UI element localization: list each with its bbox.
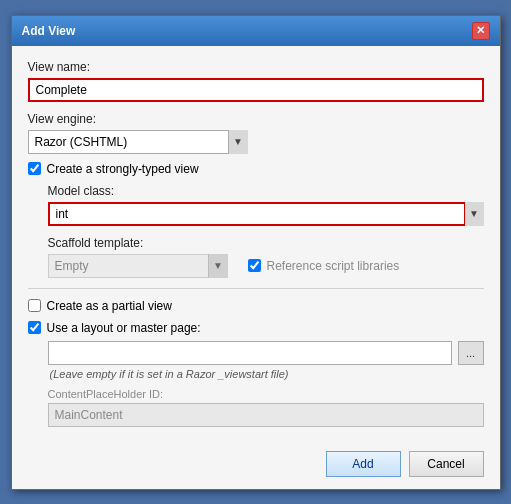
add-button[interactable]: Add [326, 451, 401, 477]
partial-view-label: Create as a partial view [47, 299, 172, 313]
use-layout-checkbox[interactable] [28, 321, 41, 334]
scaffold-select-wrapper: Empty Create Delete Details Edit List ▼ [48, 254, 228, 278]
view-engine-wrapper: Razor (CSHTML) ASPX Spark ▼ [28, 130, 248, 154]
layout-path-row: ... [48, 341, 484, 365]
strongly-typed-checkbox[interactable] [28, 162, 41, 175]
view-name-label: View name: [28, 60, 484, 74]
cancel-button[interactable]: Cancel [409, 451, 484, 477]
reference-scripts-checkbox[interactable] [248, 259, 261, 272]
scaffold-select[interactable]: Empty Create Delete Details Edit List [48, 254, 228, 278]
reference-scripts-label: Reference script libraries [267, 259, 400, 273]
view-name-section: View name: [28, 60, 484, 102]
use-layout-row: Use a layout or master page: [28, 321, 484, 335]
dialog-body: View name: View engine: Razor (CSHTML) A… [12, 46, 500, 489]
dialog-title: Add View [22, 24, 76, 38]
title-bar: Add View ✕ [12, 16, 500, 46]
reference-row: Reference script libraries [248, 259, 400, 273]
view-engine-label: View engine: [28, 112, 484, 126]
use-layout-label: Use a layout or master page: [47, 321, 201, 335]
model-class-input[interactable] [48, 202, 484, 226]
indented-section: Model class: ▼ Scaffold template: Empty … [48, 184, 484, 278]
content-placeholder-label: ContentPlaceHolder ID: [48, 388, 484, 400]
view-engine-section: View engine: Razor (CSHTML) ASPX Spark ▼ [28, 112, 484, 154]
partial-view-row: Create as a partial view [28, 299, 484, 313]
divider [28, 288, 484, 289]
strongly-typed-label: Create a strongly-typed view [47, 162, 199, 176]
strongly-typed-row: Create a strongly-typed view [28, 162, 484, 176]
close-button[interactable]: ✕ [472, 22, 490, 40]
model-class-wrapper: ▼ [48, 202, 484, 226]
partial-view-checkbox[interactable] [28, 299, 41, 312]
scaffold-section: Scaffold template: Empty Create Delete D… [48, 236, 484, 278]
content-placeholder-section: ContentPlaceHolder ID: [48, 388, 484, 427]
model-class-label: Model class: [48, 184, 484, 198]
view-name-input[interactable] [28, 78, 484, 102]
button-row: Add Cancel [28, 443, 484, 477]
content-placeholder-input [48, 403, 484, 427]
layout-path-input[interactable] [48, 341, 452, 365]
scaffold-label: Scaffold template: [48, 236, 484, 250]
browse-button[interactable]: ... [458, 341, 484, 365]
add-view-dialog: Add View ✕ View name: View engine: Razor… [11, 15, 501, 490]
view-engine-select[interactable]: Razor (CSHTML) ASPX Spark [28, 130, 248, 154]
model-class-dropdown-icon[interactable]: ▼ [464, 202, 484, 226]
scaffold-row: Empty Create Delete Details Edit List ▼ … [48, 254, 484, 278]
layout-hint: (Leave empty if it is set in a Razor _vi… [50, 368, 484, 380]
